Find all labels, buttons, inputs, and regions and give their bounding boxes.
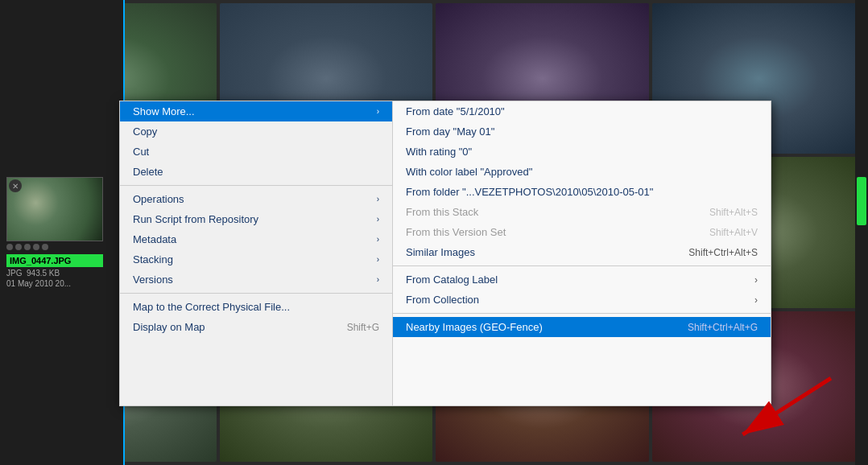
right-divider-2 — [393, 313, 771, 314]
menu-item-metadata[interactable]: Metadata › — [120, 229, 392, 249]
right-label-similar: Similar Images — [406, 246, 475, 258]
right-menu-item-nearby-geo[interactable]: Nearby Images (GEO-Fence) Shift+Ctrl+Alt… — [393, 317, 771, 337]
right-label-from-day: From day "May 01" — [406, 126, 494, 138]
right-scrollbar — [855, 0, 868, 465]
menu-item-operations[interactable]: Operations › — [120, 189, 392, 209]
shortcut-display-map: Shift+G — [347, 322, 379, 333]
right-menu-item-from-date[interactable]: From date "5/1/2010" — [393, 101, 771, 121]
arrow-operations: › — [377, 195, 379, 204]
dots-row — [6, 241, 103, 253]
arrow-run-script: › — [377, 215, 379, 224]
menu-item-display-map[interactable]: Display on Map Shift+G — [120, 317, 392, 337]
right-menu-item-collection[interactable]: From Collection › — [393, 290, 771, 310]
thumb-preview: ✕ — [6, 177, 103, 241]
filename-label: IMG_0447.JPG — [6, 254, 103, 267]
menu-divider-2 — [120, 293, 392, 294]
shortcut-from-stack: Shift+Alt+S — [709, 207, 758, 218]
context-menu-left: Show More... › Copy Cut Delete Operation… — [119, 101, 393, 406]
right-label-from-date: From date "5/1/2010" — [406, 105, 505, 117]
left-panel: ✕ IMG_0447.JPG JPG 943.5 KB 01 May 2010 … — [0, 0, 125, 465]
shortcut-from-version: Shift+Alt+V — [709, 227, 758, 238]
dot-2 — [15, 244, 22, 250]
right-menu-item-from-stack: From this Stack Shift+Alt+S — [393, 202, 771, 222]
thumbnail-item: ✕ IMG_0447.JPG JPG 943.5 KB 01 May 2010 … — [6, 177, 103, 288]
arrow-stacking: › — [377, 255, 379, 264]
dot-4 — [33, 244, 39, 250]
arrow-catalog: › — [754, 274, 758, 286]
menu-label-display-map: Display on Map — [133, 321, 205, 333]
arrow-versions: › — [377, 275, 379, 284]
menu-label-show-more: Show More... — [133, 105, 195, 117]
shortcut-nearby-geo: Shift+Ctrl+Alt+G — [688, 322, 758, 333]
context-menu: Show More... › Copy Cut Delete Operation… — [119, 101, 771, 406]
right-divider-1 — [393, 265, 771, 266]
arrow-collection: › — [754, 294, 758, 306]
menu-label-delete: Delete — [133, 166, 163, 178]
right-label-catalog: From Catalog Label — [406, 274, 498, 286]
right-menu-item-from-folder[interactable]: From folder "...VEZETPHOTOS\2010\05\2010… — [393, 182, 771, 202]
menu-label-map-correct: Map to the Correct Physical File... — [133, 301, 290, 313]
menu-label-cut: Cut — [133, 146, 149, 158]
file-date: 01 May 2010 20... — [6, 279, 103, 288]
menu-item-run-script[interactable]: Run Script from Repository › — [120, 209, 392, 229]
right-label-collection: From Collection — [406, 294, 479, 306]
right-label-with-rating: With rating "0" — [406, 146, 472, 158]
menu-label-run-script: Run Script from Repository — [133, 213, 258, 225]
right-menu-item-with-rating[interactable]: With rating "0" — [393, 142, 771, 162]
file-size: 943.5 KB — [27, 269, 60, 278]
menu-item-map-correct[interactable]: Map to the Correct Physical File... — [120, 297, 392, 317]
menu-label-metadata: Metadata — [133, 233, 176, 245]
menu-divider-1 — [120, 185, 392, 186]
menu-item-cut[interactable]: Cut — [120, 142, 392, 162]
menu-item-show-more[interactable]: Show More... › — [120, 101, 392, 121]
dot-3 — [24, 244, 31, 250]
menu-label-versions: Versions — [133, 274, 173, 286]
right-menu-item-similar[interactable]: Similar Images Shift+Ctrl+Alt+S — [393, 242, 771, 262]
arrow-metadata: › — [377, 235, 379, 244]
menu-item-stacking[interactable]: Stacking › — [120, 249, 392, 270]
menu-item-delete[interactable]: Delete — [120, 162, 392, 182]
menu-label-operations: Operations — [133, 193, 184, 205]
right-label-nearby-geo: Nearby Images (GEO-Fence) — [406, 321, 543, 333]
shortcut-similar: Shift+Ctrl+Alt+S — [688, 247, 758, 258]
scroll-indicator[interactable] — [857, 177, 866, 225]
right-label-from-version: From this Version Set — [406, 226, 506, 238]
menu-label-copy: Copy — [133, 126, 157, 138]
menu-item-copy[interactable]: Copy — [120, 121, 392, 142]
file-type: JPG — [6, 269, 22, 278]
menu-item-versions[interactable]: Versions › — [120, 270, 392, 290]
context-menu-right: From date "5/1/2010" From day "May 01" W… — [393, 101, 771, 406]
menu-label-stacking: Stacking — [133, 253, 173, 265]
cancel-icon: ✕ — [9, 179, 22, 192]
dot-5 — [42, 244, 48, 250]
right-label-with-color: With color label "Approved" — [406, 166, 532, 178]
right-menu-item-catalog[interactable]: From Catalog Label › — [393, 270, 771, 290]
right-menu-item-from-day[interactable]: From day "May 01" — [393, 121, 771, 142]
arrow-show-more: › — [377, 107, 379, 116]
file-info: JPG 943.5 KB — [6, 269, 103, 278]
right-menu-item-from-version: From this Version Set Shift+Alt+V — [393, 222, 771, 242]
right-label-from-folder: From folder "...VEZETPHOTOS\2010\05\2010… — [406, 186, 653, 198]
right-menu-item-with-color[interactable]: With color label "Approved" — [393, 162, 771, 182]
right-label-from-stack: From this Stack — [406, 206, 478, 218]
dot-1 — [6, 244, 13, 250]
